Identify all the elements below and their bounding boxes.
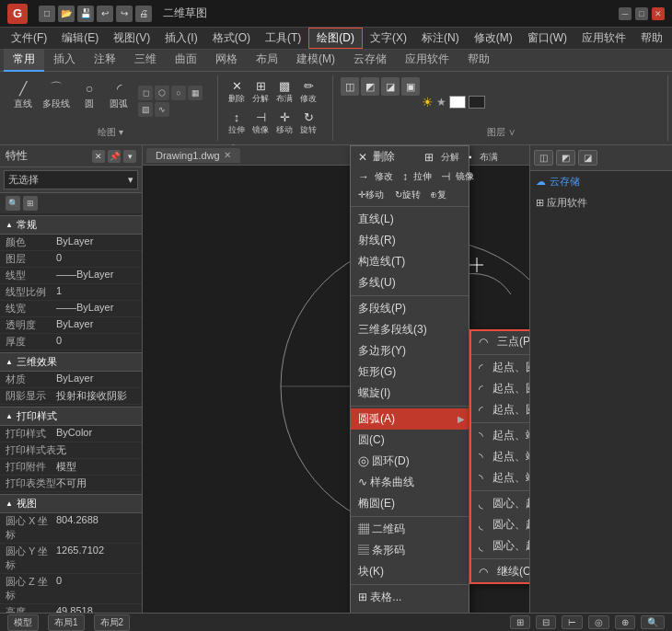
arc-start-end-dir[interactable]: ◝ 起点、端点、方向(D) [471,446,529,467]
selector-box[interactable]: 无选择 ▾ [4,170,138,189]
panel-menu-icon[interactable]: ▾ [123,150,136,163]
tab-mesh[interactable]: 网格 [206,49,247,72]
tool-mirror[interactable]: ⊣ 镜像 [249,109,272,138]
toolbar-open[interactable]: 📂 [58,6,75,22]
snap-btn[interactable]: ⊞ [510,615,530,629]
menu-shexian[interactable]: 射线(R) [351,230,469,251]
section-print[interactable]: ▲ 打印样式 [0,407,142,426]
tab-solid[interactable]: 建模(M) [287,49,344,72]
menu-window[interactable]: 窗口(W) [520,29,574,48]
tool-delete[interactable]: ✕ 删除 [226,77,248,107]
menu-point[interactable]: 点(O) [351,608,469,613]
toolbar-new[interactable]: □ [39,6,55,22]
menu-table[interactable]: ⊞ 表格... [351,587,469,608]
tab-help[interactable]: 帮助 [458,49,499,72]
menu-2dcode[interactable]: ▦ 二维码 [351,519,469,540]
tool-circle[interactable]: ○ 圆 [75,77,103,124]
menu-3dduoduan[interactable]: 三维多段线(3) [351,319,469,340]
tool-arc[interactable]: ◜ 圆弧 [105,77,133,124]
model-btn[interactable]: 模型 [7,614,39,631]
arc-start-center-angle[interactable]: ◜ 起点、圆心、角度(I) [471,378,529,399]
color-white-swatch[interactable] [449,96,466,109]
menu-kuai[interactable]: 块(K) [351,561,469,582]
menu-barcode[interactable]: ▤ 条形码 [351,540,469,561]
prop-filter-icon[interactable]: ⊞ [23,196,38,211]
arc-start-center-end[interactable]: ◜ 起点、圆心、端点(S) [471,357,529,378]
close-btn[interactable]: ✕ [652,7,665,20]
tab-annotation[interactable]: 注释 [85,49,125,72]
tab-3d[interactable]: 三维 [125,49,166,72]
grid-btn[interactable]: ⊟ [536,615,556,629]
menu-move-rotate[interactable]: ✛移动 ↻旋转 ⊕复 [351,186,469,204]
menu-duoduan[interactable]: 多段线(P) [351,298,469,319]
tool-extra-5[interactable]: ▧ [138,102,153,117]
doc-tab-close[interactable]: ✕ [224,150,231,160]
tool-fill[interactable]: ▩ 布满 [273,77,295,107]
tab-layout[interactable]: 布局 [247,49,287,72]
drawing-area[interactable]: Drawing1.dwg ✕ [143,145,529,613]
section-view[interactable]: ▲ 视图 [0,494,142,513]
layer-icon-1[interactable]: ◫ [341,77,359,96]
toolbar-redo[interactable]: ↪ [116,6,133,22]
menu-yuanhu[interactable]: 圆弧(A) ▶ [351,408,469,430]
layer-prop-btn[interactable]: ◩ [556,150,575,166]
zoom-btn[interactable]: 🔍 [641,615,665,629]
menu-file[interactable]: 文件(F) [4,29,54,48]
menu-yangtiaoqx[interactable]: ∿ 样条曲线 [351,472,469,493]
layer-manager-btn[interactable]: ◫ [534,150,553,166]
tool-move[interactable]: ✛ 移动 [273,109,295,138]
tool-extra-2[interactable]: ⬡ [155,86,169,100]
menu-delete[interactable]: ✕ 删除 ⊞ 分解 ▪ 布满 [351,146,469,167]
menu-format[interactable]: 格式(O) [205,29,258,48]
panel-pin-icon[interactable]: 📌 [108,150,121,163]
arc-center-start-length[interactable]: ◟ 圆心、起点、长度(L) [471,535,529,556]
layer-state-btn[interactable]: ◪ [578,150,597,166]
menu-text[interactable]: 文字(X) [363,29,414,48]
menu-zhixian[interactable]: 直线(L) [351,209,469,230]
arc-3point[interactable]: ◠ 三点(P) [471,331,529,352]
layout2-btn[interactable]: 布局2 [94,614,131,631]
ortho-btn[interactable]: ⊢ [562,615,583,629]
menu-xiu-gai[interactable]: → 修改 ↕ 拉伸 ⊣ 镜像 [351,167,469,186]
tab-surface[interactable]: 曲面 [166,49,206,72]
arc-center-start-end[interactable]: ◟ 圆心、起点、端点(C) [471,493,529,514]
menu-yuanhuan[interactable]: 圆环(D) [351,451,469,472]
menu-gouzaoxian[interactable]: 构造线(T) [351,251,469,272]
toolbar-undo[interactable]: ↩ [97,6,113,22]
tool-decompose[interactable]: ⊞ 分解 [249,77,272,107]
arc-start-end-angle[interactable]: ◝ 起点、端点、角度(N) [471,425,529,446]
arc-start-center-length[interactable]: ◜ 起点、圆心、长度(A) [471,399,529,420]
tab-cloud[interactable]: 云存储 [344,49,396,72]
menu-tuoyuan[interactable]: 椭圆(E) [351,493,469,514]
tab-common[interactable]: 常用 [4,49,44,72]
tool-extra-6[interactable]: ∿ [155,102,169,117]
menu-apps[interactable]: 应用软件 [574,29,633,48]
property-selector[interactable]: 无选择 ▾ [0,167,142,193]
layer-icon-4[interactable]: ▣ [401,77,420,96]
menu-luoxuan[interactable]: 螺旋(I) [351,383,469,404]
tool-extra-3[interactable]: ○ [171,86,186,100]
menu-duobianxing[interactable]: 多边形(Y) [351,340,469,361]
menu-help[interactable]: 帮助 [633,29,670,48]
menu-duoxian[interactable]: 多线(U) [351,272,469,293]
arc-continue[interactable]: ◠ 继续(O) [471,561,529,582]
menu-yuan[interactable]: 圆(C) [351,430,469,451]
tool-line[interactable]: ╱ 直线 [9,77,37,124]
maximize-btn[interactable]: □ [635,7,648,20]
menu-tools[interactable]: 工具(T) [258,29,308,48]
menu-juxing[interactable]: 矩形(G) [351,361,469,383]
osnap-btn[interactable]: ⊕ [615,615,635,629]
color-black-swatch[interactable] [469,96,485,109]
tab-appstore[interactable]: 应用软件 [396,49,458,72]
arc-start-end-radius[interactable]: ◝ 起点、端点、半径(R) [471,467,529,488]
tool-modify[interactable]: ✏ 修改 [297,77,319,107]
menu-modify[interactable]: 修改(M) [467,29,520,48]
menu-draw[interactable]: 绘图(D) [308,28,363,49]
layer-icon-3[interactable]: ◪ [381,77,400,96]
layout1-btn[interactable]: 布局1 [48,614,85,631]
menu-edit[interactable]: 编辑(E) [54,29,106,48]
tool-rotate[interactable]: ↻ 旋转 [297,109,319,138]
section-3d[interactable]: ▲ 三维效果 [0,352,142,372]
menu-insert[interactable]: 插入(I) [157,29,204,48]
section-general[interactable]: ▲ 常规 [0,215,142,235]
